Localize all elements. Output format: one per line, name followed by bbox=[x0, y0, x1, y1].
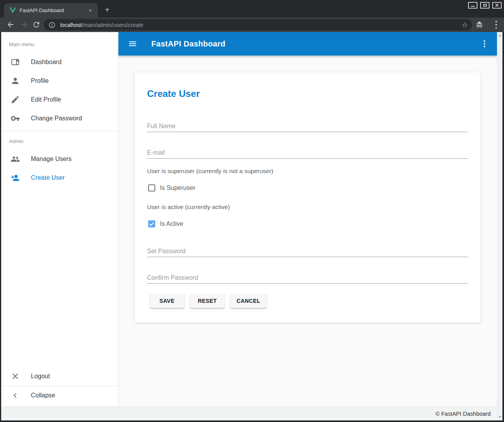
address-bar[interactable]: localhost/main/admin/users/create ☆ bbox=[44, 19, 472, 30]
close-x-icon bbox=[11, 372, 20, 381]
minimize-icon bbox=[471, 6, 475, 7]
email-placeholder: E-mail bbox=[147, 149, 165, 156]
scrollbar-down-arrow[interactable] bbox=[499, 416, 502, 418]
reload-button[interactable] bbox=[32, 20, 41, 29]
maximize-icon bbox=[483, 4, 487, 7]
sidebar-section-header-main: Main menu bbox=[1, 34, 118, 53]
sidebar-item-manage-users[interactable]: Manage Users bbox=[1, 150, 118, 168]
hamburger-menu-icon[interactable] bbox=[128, 39, 137, 48]
sidebar-item-label: Manage Users bbox=[31, 156, 72, 163]
app-bar: FastAPI Dashboard bbox=[118, 32, 497, 55]
page-footer: © FastAPI Dashboard bbox=[1, 406, 497, 420]
person-icon bbox=[11, 76, 20, 86]
site-info-icon[interactable] bbox=[48, 21, 56, 29]
incognito-icon bbox=[474, 20, 484, 29]
key-icon bbox=[11, 114, 20, 123]
main-area: Create User Full Name E-mail User is sup… bbox=[118, 55, 497, 406]
email-field[interactable]: E-mail bbox=[147, 147, 468, 159]
is-active-checkbox-row[interactable]: Is Active bbox=[148, 220, 183, 227]
save-button[interactable]: SAVE bbox=[150, 294, 184, 308]
is-superuser-checkbox-row[interactable]: Is Superuser bbox=[148, 184, 196, 191]
scrollbar[interactable] bbox=[497, 32, 502, 420]
new-tab-button[interactable]: + bbox=[102, 5, 112, 14]
sidebar-item-label: Edit Profile bbox=[31, 96, 61, 103]
app-bar-menu-button[interactable] bbox=[484, 40, 485, 47]
is-active-label: Is Active bbox=[160, 220, 183, 227]
forward-button[interactable] bbox=[20, 20, 29, 29]
url-host: localhost bbox=[60, 22, 82, 28]
sidebar-item-collapse[interactable]: Collapse bbox=[1, 386, 118, 405]
browser-tab-bar: FastAPI Dashboard × + ✕ bbox=[0, 0, 504, 18]
dashboard-icon bbox=[11, 57, 20, 67]
sidebar-item-label: Profile bbox=[31, 77, 48, 84]
url-path: /main/admin/users/create bbox=[82, 22, 143, 28]
is-superuser-checkbox[interactable] bbox=[148, 184, 155, 191]
sidebar-item-edit-profile[interactable]: Edit Profile bbox=[1, 90, 118, 109]
cancel-button[interactable]: CANCEL bbox=[230, 294, 267, 308]
create-user-card: Create User Full Name E-mail User is sup… bbox=[135, 72, 481, 323]
copyright-text: © FastAPI Dashboard bbox=[436, 411, 491, 417]
sidebar-item-label: Create User bbox=[31, 174, 65, 181]
tab-close-icon[interactable]: × bbox=[87, 7, 94, 14]
sidebar-item-label: Collapse bbox=[31, 392, 55, 399]
back-button[interactable] bbox=[6, 20, 15, 29]
people-icon bbox=[11, 154, 20, 164]
vue-logo-icon bbox=[9, 7, 16, 13]
sidebar-item-create-user[interactable]: Create User bbox=[1, 168, 118, 187]
superuser-hint: User is superuser (currently is not a su… bbox=[147, 168, 273, 175]
reset-button[interactable]: RESET bbox=[190, 294, 224, 308]
sidebar-section-header-admin: Admin bbox=[1, 131, 118, 150]
is-active-checkbox[interactable] bbox=[148, 220, 155, 227]
full-name-placeholder: Full Name bbox=[147, 123, 176, 130]
page-content: Main menu Dashboard Profile bbox=[1, 32, 502, 420]
browser-menu-button[interactable] bbox=[495, 21, 497, 29]
sidebar-item-change-password[interactable]: Change Password bbox=[1, 109, 118, 128]
sidebar-item-logout[interactable]: Logout bbox=[1, 367, 118, 386]
sidebar-bottom: Logout Collapse bbox=[1, 367, 118, 405]
set-password-placeholder: Set Password bbox=[147, 248, 186, 255]
pencil-icon bbox=[11, 95, 20, 104]
window-minimize-button[interactable] bbox=[468, 2, 477, 9]
browser-toolbar: localhost/main/admin/users/create ☆ bbox=[0, 18, 504, 32]
is-superuser-label: Is Superuser bbox=[160, 184, 196, 191]
sidebar-item-dashboard[interactable]: Dashboard bbox=[1, 53, 118, 72]
browser-window: FastAPI Dashboard × + ✕ localhost/main/a… bbox=[0, 0, 504, 422]
chevron-left-icon bbox=[11, 391, 20, 400]
full-name-field[interactable]: Full Name bbox=[147, 120, 468, 132]
close-icon: ✕ bbox=[495, 3, 499, 8]
window-controls: ✕ bbox=[468, 2, 502, 9]
sidebar-item-label: Change Password bbox=[31, 115, 82, 122]
active-hint: User is active (currently active) bbox=[147, 204, 230, 211]
form-buttons: SAVE RESET CANCEL bbox=[150, 294, 267, 308]
sidebar-item-label: Dashboard bbox=[31, 59, 61, 66]
browser-tab[interactable]: FastAPI Dashboard × bbox=[4, 3, 98, 18]
person-add-icon bbox=[11, 173, 20, 182]
tab-title: FastAPI Dashboard bbox=[20, 7, 87, 13]
confirm-password-field[interactable]: Confirm Password bbox=[147, 272, 468, 284]
url-text: localhost/main/admin/users/create bbox=[60, 22, 462, 28]
set-password-field[interactable]: Set Password bbox=[147, 245, 468, 257]
confirm-password-placeholder: Confirm Password bbox=[147, 274, 198, 281]
app-bar-title: FastAPI Dashboard bbox=[151, 39, 226, 48]
window-close-button[interactable]: ✕ bbox=[492, 2, 502, 9]
sidebar: Main menu Dashboard Profile bbox=[1, 32, 118, 406]
sidebar-item-label: Logout bbox=[31, 373, 50, 380]
sidebar-item-profile[interactable]: Profile bbox=[1, 72, 118, 90]
bookmark-star-icon[interactable]: ☆ bbox=[462, 21, 468, 29]
page-title: Create User bbox=[147, 88, 200, 99]
window-maximize-button[interactable] bbox=[480, 2, 490, 9]
scrollbar-up-arrow[interactable] bbox=[499, 34, 502, 36]
